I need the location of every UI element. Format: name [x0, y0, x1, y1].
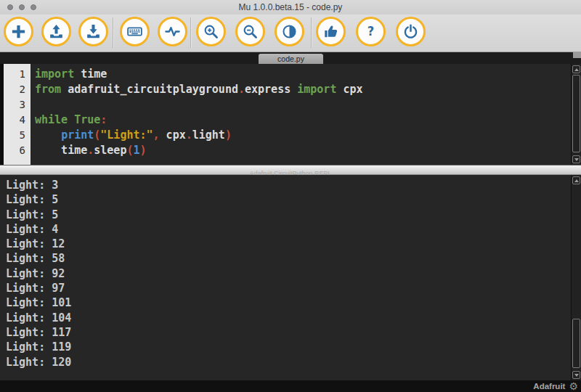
pane-splitter[interactable]: Adafruit CircuitPython REPL [0, 165, 581, 175]
plus-icon [10, 23, 27, 40]
serial-pane: Light: 3Light: 5Light: 5Light: 4Light: 1… [0, 175, 581, 380]
theme-button[interactable] [275, 17, 304, 46]
help-button[interactable]: ? [356, 17, 386, 46]
line-number: 1 [4, 67, 25, 82]
zoom-out-button[interactable] [235, 17, 265, 46]
serial-line: Light: 120 [6, 355, 569, 369]
editor-scrollbar-thumb[interactable] [572, 75, 580, 152]
load-button[interactable] [41, 17, 71, 46]
serial-output[interactable]: Light: 3Light: 5Light: 5Light: 4Light: 1… [6, 178, 569, 369]
serial-scrollbar-thumb[interactable] [572, 319, 580, 368]
serial-line: Light: 5 [6, 192, 569, 207]
serial-button[interactable] [120, 17, 150, 46]
svg-text:?: ? [367, 24, 374, 38]
tab-code-py[interactable]: code.py [259, 54, 323, 64]
toolbar-separator [311, 17, 312, 48]
editor-scrollbar[interactable] [571, 64, 581, 165]
code-line: print("Light:", cpx.light) [35, 128, 571, 143]
scroll-up-icon[interactable] [572, 65, 580, 73]
download-icon [85, 23, 102, 40]
contrast-icon [281, 23, 298, 40]
code-line: import time [35, 67, 571, 82]
line-number: 3 [4, 97, 25, 113]
gear-icon[interactable]: ⚙ [569, 381, 578, 391]
serial-line: Light: 3 [6, 178, 569, 192]
zoom-in-button[interactable] [196, 17, 226, 46]
line-number: 4 [4, 113, 25, 128]
upload-icon [48, 23, 65, 40]
save-button[interactable] [78, 17, 108, 46]
serial-line: Light: 12 [6, 237, 569, 251]
check-button[interactable] [316, 17, 346, 46]
plotter-button[interactable] [158, 17, 187, 46]
toolbar-separator [190, 17, 192, 48]
mu-window: Mu 1.0.0.beta.15 - code.py ? code.py 123… [0, 0, 581, 392]
status-bar: Adafruit ⚙ [0, 380, 581, 392]
serial-scrollbar[interactable] [571, 175, 581, 380]
serial-line: Light: 119 [6, 340, 569, 354]
serial-line: Light: 104 [6, 311, 569, 325]
scroll-up-icon[interactable] [572, 176, 580, 184]
serial-line: Light: 4 [6, 222, 569, 237]
tab-bar: code.py [0, 52, 581, 64]
toolbar: ? [0, 15, 581, 52]
line-number: 5 [4, 128, 25, 143]
code-area[interactable]: import timefrom adafruit_circuitplaygrou… [31, 64, 571, 168]
window-title: Mu 1.0.0.beta.15 - code.py [0, 0, 581, 15]
thumbs-up-icon [322, 23, 339, 40]
quit-button[interactable] [396, 17, 426, 46]
scroll-down-icon[interactable] [572, 155, 580, 163]
code-line: while True: [35, 113, 571, 128]
code-line [35, 97, 571, 113]
code-line: time.sleep(1) [35, 143, 571, 158]
mode-label: Adafruit [533, 382, 565, 391]
power-icon [402, 23, 419, 40]
line-number-gutter: 123456 [4, 64, 31, 165]
pulse-icon [164, 23, 181, 40]
magnifier-minus-icon [242, 23, 259, 40]
code-line: from adafruit_circuitplayground.express … [35, 82, 571, 97]
titlebar: Mu 1.0.0.beta.15 - code.py [0, 0, 581, 15]
tab-label: code.py [277, 54, 304, 63]
line-number: 2 [4, 82, 25, 97]
magnifier-plus-icon [203, 23, 219, 40]
line-number: 6 [4, 143, 25, 158]
serial-line: Light: 58 [6, 251, 569, 266]
tab-bar-corner [573, 52, 581, 58]
new-button[interactable] [4, 17, 33, 46]
code-editor: 123456 import timefrom adafruit_circuitp… [0, 64, 581, 165]
scroll-down-icon[interactable] [572, 371, 580, 379]
toolbar-separator [113, 17, 114, 48]
serial-line: Light: 117 [6, 325, 569, 340]
serial-line: Light: 97 [6, 281, 569, 295]
serial-line: Light: 92 [6, 266, 569, 281]
question-icon: ? [362, 23, 379, 40]
serial-line: Light: 101 [6, 295, 569, 310]
serial-line: Light: 5 [6, 208, 569, 222]
keyboard-icon [126, 23, 143, 40]
